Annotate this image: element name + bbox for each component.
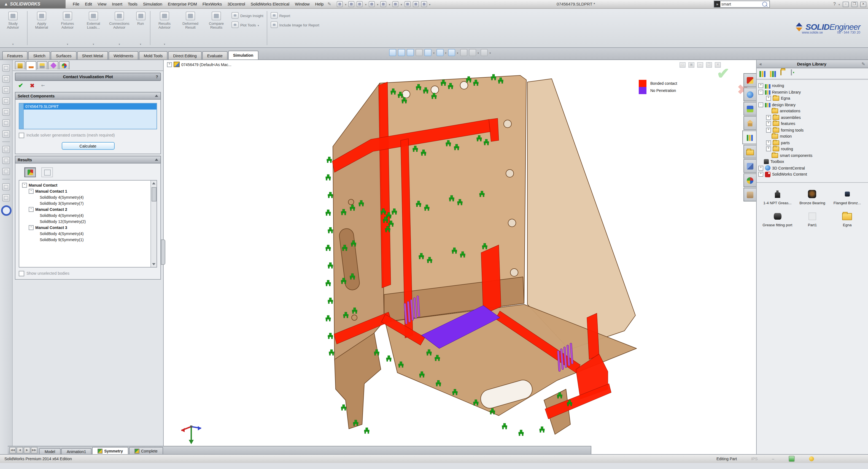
tree-row[interactable]: SolidBody 12(Symmetry(2) (21, 219, 149, 225)
results-advisor-button[interactable]: Results Advisor ▾ (152, 9, 178, 47)
doc-tile-icon[interactable]: – (697, 62, 703, 68)
dl-node-3d-contentcentral[interactable]: +3D ContentCentral (758, 165, 866, 171)
scroll-up-icon[interactable] (152, 182, 155, 185)
contact-plot-toggle-icon[interactable] (24, 167, 36, 177)
search-input[interactable] (720, 2, 762, 7)
dl-node-toolbox[interactable]: Toolbox (758, 159, 866, 165)
tab-sketch[interactable]: Sketch (28, 51, 51, 60)
edit-appearance-icon[interactable] (460, 49, 467, 56)
results-header[interactable]: Results (15, 156, 161, 164)
design-insight-button[interactable]: Design Insight (229, 12, 266, 19)
design-library-tab[interactable] (742, 130, 756, 144)
prev-tab-icon[interactable]: ◀ (17, 447, 23, 454)
cancel-x-icon[interactable]: ✖ (30, 82, 34, 89)
open-icon[interactable] (348, 1, 354, 7)
tab-weldments[interactable]: Weldments (108, 51, 138, 60)
save-caret-icon[interactable]: ▾ (365, 2, 367, 6)
graphics-area[interactable]: + 07456479 (Default<As Mac... □ ▣ – ❐ ✕ … (164, 60, 756, 454)
library-item-grease-fitting-port[interactable]: Grease fitting port (760, 211, 795, 227)
dl-node-parts[interactable]: +parts (758, 139, 866, 146)
tree-row[interactable]: -Manual Contact 1 (21, 188, 149, 194)
menu-window[interactable]: Window (292, 0, 312, 8)
panel-splitter-handle[interactable] (161, 239, 165, 265)
last-tab-icon[interactable]: ▶▶ (31, 447, 37, 454)
view-palette-tab[interactable] (743, 102, 756, 115)
search-scope-icon[interactable]: » (714, 1, 720, 7)
unit-system-text[interactable]: IPS (751, 456, 757, 461)
tree-row[interactable]: SolidBody 3(Symmetry(7) (21, 200, 149, 206)
doc-restore-icon[interactable]: ▣ (688, 62, 694, 68)
display-manager-tab[interactable] (59, 61, 69, 69)
tab-features[interactable]: Features (2, 51, 28, 60)
deformed-result-button[interactable]: Deformed Result (178, 9, 204, 47)
3d-model[interactable] (308, 63, 639, 438)
dl-node-routing[interactable]: +routing (758, 82, 866, 89)
left-toolbar-icon-12[interactable] (2, 194, 10, 201)
quick-tips-icon[interactable] (809, 456, 814, 461)
select-icon[interactable] (393, 1, 399, 7)
new-file-icon[interactable] (337, 1, 343, 7)
expander-icon[interactable]: - (22, 183, 27, 188)
tree-row[interactable]: SolidBody 9(Symmetry(1) (21, 237, 149, 243)
tree-row[interactable]: -Manual Contact 2 (21, 206, 149, 212)
dl-node-solidworks-content[interactable]: +SolidWorks Content (758, 171, 866, 177)
add-file-location-icon[interactable] (770, 70, 778, 77)
display-style-caret-icon[interactable]: ▾ (445, 51, 446, 54)
dl-node-routing-sub[interactable]: +routing (758, 146, 866, 152)
help-icon[interactable]: ? (833, 2, 836, 7)
tree-row[interactable]: SolidBody 4(Symmetry(4) (21, 194, 149, 200)
view-settings-caret-icon[interactable]: ▾ (489, 51, 491, 54)
library-item-bronze-bearing[interactable]: Bronze Bearing (795, 189, 830, 205)
apply-scene-icon[interactable] (469, 49, 476, 56)
view-settings-icon[interactable] (480, 49, 488, 56)
confirmation-check-icon[interactable]: ✔ (717, 64, 730, 82)
left-toolbar-icon-6[interactable] (2, 120, 10, 127)
left-toolbar-icon-2[interactable] (2, 75, 10, 82)
left-toolbar-icon-3[interactable] (2, 87, 10, 94)
hide-show-items-icon[interactable] (448, 49, 455, 56)
apply-scene-caret-icon[interactable]: ▾ (477, 51, 479, 54)
minimize-icon[interactable]: – (843, 1, 849, 7)
appearances-tab[interactable] (743, 173, 756, 187)
tag-icon[interactable] (788, 456, 795, 462)
left-toolbar-icon-11[interactable] (2, 183, 10, 191)
contacts-tree[interactable]: -Manual Contact -Manual Contact 1 SolidB… (19, 180, 157, 268)
tab-animation1[interactable]: Animation1 (61, 448, 92, 454)
flyout-expander-icon[interactable]: + (167, 62, 172, 67)
dl-node-features[interactable]: +features (758, 121, 866, 127)
undo-icon[interactable] (380, 1, 386, 7)
apply-material-button[interactable]: Apply Material (29, 9, 55, 47)
options-caret-icon[interactable]: ▾ (429, 2, 430, 6)
dl-node-design-library[interactable]: -design library (758, 102, 866, 108)
library-item-npt-grease[interactable]: 1-4 NPT Greas... (760, 189, 795, 205)
dl-node-motion[interactable]: motion (758, 133, 866, 139)
rebuild-icon[interactable] (404, 1, 410, 7)
pm-pin-icon[interactable]: ⇜ (41, 83, 44, 88)
component-selection-list[interactable]: 07456479.SLDPRT (19, 103, 157, 129)
library-item-flanged-bronze[interactable]: Flanged Bronz... (830, 189, 865, 205)
include-image-for-report-button[interactable]: Include Image for Report (269, 22, 321, 28)
search-results-tab[interactable] (743, 159, 756, 173)
connections-advisor-button[interactable]: Connections Advisor ▾ (106, 9, 132, 47)
restore-icon[interactable]: ❐ (851, 1, 858, 7)
tab-mold-tools[interactable]: Mold Tools (139, 51, 167, 60)
print-icon[interactable] (369, 1, 375, 7)
menu-enterprise-pdm[interactable]: Enterprise PDM (165, 0, 200, 8)
tree-scrollbar[interactable] (151, 180, 156, 267)
tree-row[interactable]: SolidBody 4(Symmetry(4) (21, 212, 149, 219)
tab-sheet-metal[interactable]: Sheet Metal (77, 51, 108, 60)
select-caret-icon[interactable]: ▾ (401, 2, 402, 6)
section-view-icon[interactable] (415, 49, 423, 56)
options-icon[interactable] (421, 1, 427, 7)
display-style-icon[interactable] (436, 49, 443, 56)
tree-row[interactable]: -Manual Contact 3 (21, 225, 149, 231)
rotate-view-icon[interactable] (1, 205, 11, 216)
tab-complete[interactable]: Complete (129, 447, 163, 454)
external-loads-button[interactable]: External Loads... ▾ (81, 9, 106, 47)
fixtures-advisor-button[interactable]: Fixtures Advisor ▾ (55, 9, 81, 47)
plot-tools-button[interactable]: Plot Tools ▾ (229, 22, 266, 28)
menu-file[interactable]: File (70, 0, 82, 8)
home-tab[interactable] (743, 116, 756, 130)
selected-component-row[interactable]: 07456479.SLDPRT (24, 103, 156, 109)
expander-icon[interactable]: - (29, 207, 34, 212)
